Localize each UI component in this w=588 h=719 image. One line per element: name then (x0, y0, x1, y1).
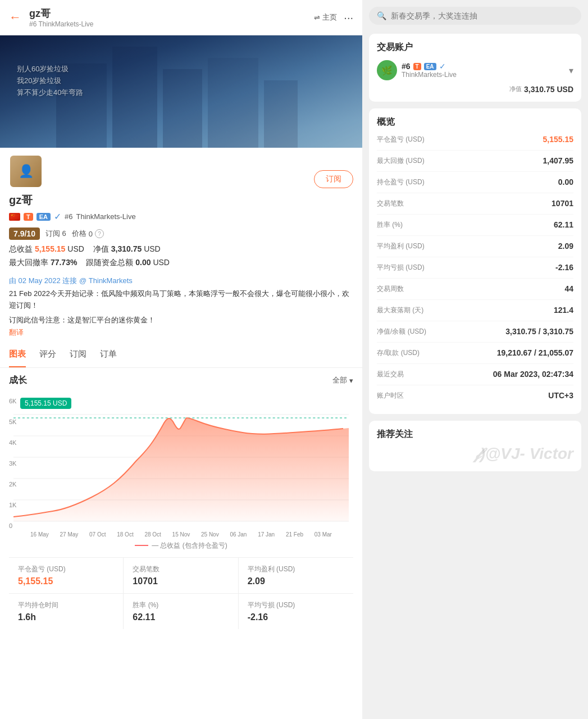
net-value: 3,310.75 USD (524, 85, 573, 94)
total-profit-stat: 总收益 5,155.15 USD (9, 244, 84, 254)
profile-banner: 别人60岁捡垃圾 我20岁捡垃圾 算不算少走40年弯路 (0, 35, 362, 148)
overview-card: 概览 平仓盈亏 (USD) 5,155.15 最大回撤 (USD) 1,407.… (369, 108, 581, 414)
tab-chart[interactable]: 图表 (9, 342, 26, 367)
header-subtitle: #6 ThinkMarkets-Live (29, 20, 314, 28)
rating-row: 7.9/10 订阅 6 价格 0 ? (9, 227, 353, 240)
tag-t: T (24, 213, 33, 221)
chart-area (13, 393, 349, 534)
net-value-label: 净值 (509, 85, 522, 94)
profile-tags: 🇨🇳 T EA ✓ #6 ThinkMarkets-Live (9, 211, 353, 222)
acc-tag-ea: EA (424, 63, 436, 70)
legend-line-icon (135, 545, 148, 546)
profile-stats-row2: 最大回撤率 77.73% 跟随资金总额 0.00 USD (9, 258, 353, 268)
bottom-stat-1: 交易笔数 10701 (124, 558, 238, 593)
chart-svg (13, 393, 349, 522)
subscribe-button[interactable]: 订阅 (314, 170, 353, 188)
account-avatar-icon: 🌿 (377, 60, 397, 80)
search-input[interactable] (391, 11, 573, 20)
bottom-stat-0: 平仓盈亏 (USD) 5,155.15 (9, 558, 124, 593)
tab-rating[interactable]: 评分 (39, 342, 56, 367)
follow-capital-stat: 跟随资金总额 0.00 USD (86, 258, 170, 268)
growth-title: 成长 (9, 375, 27, 386)
more-button[interactable]: ··· (344, 11, 353, 24)
recommend-title: 推荐关注 (377, 429, 573, 440)
back-button[interactable]: ← (9, 10, 21, 25)
bottom-stat-4: 胜率 (%) 62.11 (124, 594, 238, 629)
tabs-row: 图表 评分 订阅 订单 (9, 342, 353, 367)
description-section: 由 02 May 2022 连接 @ ThinkMarkets 21 Feb 2… (0, 271, 362, 342)
description-text-1: 21 Feb 2022今天开始记录：低风险中频双向马丁策略，本策略浮亏一般不会很… (9, 288, 353, 312)
account-section-title: 交易账户 (377, 42, 573, 53)
description-text-2: 订阅此信号注意：这是智汇平台的迷你黄金！ (9, 315, 353, 325)
page-header: ← gz哥 #6 ThinkMarkets-Live ⇌ 主页 ··· (0, 0, 362, 35)
growth-section: 成长 全部 ▾ 5,155.15 USD 6K 5K 4K 3K 2K 1K 0 (0, 368, 362, 629)
account-hash: #6 (402, 62, 411, 71)
growth-chart: 5,155.15 USD 6K 5K 4K 3K 2K 1K 0 (9, 393, 353, 550)
broker-link[interactable]: @ ThinkMarkets (79, 276, 133, 285)
profile-name: gz哥 (9, 193, 353, 208)
overview-item-10: 存/取款 (USD) 19,210.67 / 21,055.07 (377, 348, 573, 364)
chart-value-label: 5,155.15 USD (20, 398, 71, 409)
banner-buildings-svg (0, 35, 362, 148)
overview-item-5: 平均盈利 (USD) 2.09 (377, 242, 573, 257)
verified-icon: ✓ (54, 211, 61, 222)
home-link[interactable]: ⇌ 主页 (314, 12, 337, 22)
avatar: 👤 (9, 154, 43, 188)
acc-broker-name: ThinkMarkets-Live (402, 71, 457, 79)
broker-name: ThinkMarkets-Live (76, 212, 135, 221)
search-icon: 🔍 (377, 11, 386, 20)
bottom-stat-2: 平均盈利 (USD) 2.09 (239, 558, 353, 593)
net-value-stat: 净值 3,310.75 USD (93, 244, 161, 254)
overview-item-8: 最大衰落期 (天) 121.4 (377, 306, 573, 321)
overview-item-1: 最大回撤 (USD) 1,407.95 (377, 156, 573, 172)
sub-count: 订阅 6 (45, 229, 66, 239)
max-drawdown-stat: 最大回撤率 77.73% (9, 258, 77, 268)
right-panel: 🔍 交易账户 🌿 #6 T EA ✓ ThinkMarkets-Live ▾ (362, 0, 588, 719)
bottom-stat-5: 平均亏损 (USD) -2.16 (239, 594, 353, 629)
home-icon: ⇌ (314, 13, 320, 22)
overview-item-11: 最近交易 06 Mar 2023, 02:47:34 (377, 370, 573, 385)
account-card: 交易账户 🌿 #6 T EA ✓ ThinkMarkets-Live ▾ 净值 … (369, 34, 581, 102)
overview-item-7: 交易周数 44 (377, 284, 573, 300)
rank-hash: #6 (65, 212, 72, 221)
svg-rect-4 (264, 80, 298, 148)
chart-legend: — 总收益 (包含持仓盈亏) (13, 541, 349, 550)
tab-subscribe[interactable]: 订阅 (70, 342, 86, 367)
svg-rect-1 (112, 47, 157, 148)
bottom-stat-3: 平均持仓时间 1.6h (9, 594, 124, 629)
account-info: #6 T EA ✓ (402, 62, 457, 71)
overview-item-6: 平均亏损 (USD) -2.16 (377, 263, 573, 279)
overview-item-3: 交易笔数 10701 (377, 199, 573, 215)
account-dropdown-icon[interactable]: ▾ (569, 65, 573, 76)
tag-ea: EA (37, 213, 51, 221)
acc-verified-icon: ✓ (439, 62, 446, 71)
country-flag: 🇨🇳 (9, 213, 20, 221)
header-actions: ⇌ 主页 ··· (314, 11, 353, 24)
tabs-section: 图表 评分 订阅 订单 (0, 342, 362, 368)
account-details: #6 T EA ✓ ThinkMarkets-Live (402, 62, 457, 79)
tab-orders[interactable]: 订单 (100, 342, 117, 367)
acc-tag-t: T (413, 63, 421, 70)
rating-box: 7.9/10 (9, 227, 40, 240)
overview-title: 概览 (377, 116, 573, 128)
overview-item-12: 账户时区 UTC+3 (377, 391, 573, 406)
translate-link[interactable]: 翻译 (9, 328, 24, 336)
account-row: 🌿 #6 T EA ✓ ThinkMarkets-Live ▾ (377, 60, 573, 80)
bottom-stats-grid-2: 平均持仓时间 1.6h 胜率 (%) 62.11 平均亏损 (USD) -2.1… (9, 593, 353, 629)
page-title: gz哥 (29, 7, 314, 20)
growth-filter[interactable]: 全部 ▾ (332, 375, 353, 385)
net-value-row: 净值 3,310.75 USD (377, 85, 573, 94)
svg-rect-5 (56, 63, 107, 148)
overview-item-9: 净值/余额 (USD) 3,310.75 / 3,310.75 (377, 327, 573, 343)
price-info: 价格 0 ? (72, 229, 104, 239)
price-info-icon[interactable]: ? (95, 229, 104, 238)
recommend-watermark: 𝒻)@VJ- Victor (377, 445, 573, 463)
overview-item-4: 胜率 (%) 62.11 (377, 220, 573, 236)
bottom-stats-grid: 平仓盈亏 (USD) 5,155.15 交易笔数 10701 平均盈利 (USD… (9, 557, 353, 593)
left-panel: ← gz哥 #6 ThinkMarkets-Live ⇌ 主页 ··· 别人60… (0, 0, 362, 719)
svg-rect-3 (208, 58, 258, 148)
profile-section: 👤 订阅 gz哥 🇨🇳 T EA ✓ #6 ThinkMarkets-Live … (0, 148, 362, 268)
profile-stats-row: 总收益 5,155.15 USD 净值 3,310.75 USD (9, 244, 353, 254)
profile-avatar-row: 👤 订阅 (9, 154, 353, 188)
search-bar: 🔍 (369, 7, 581, 25)
